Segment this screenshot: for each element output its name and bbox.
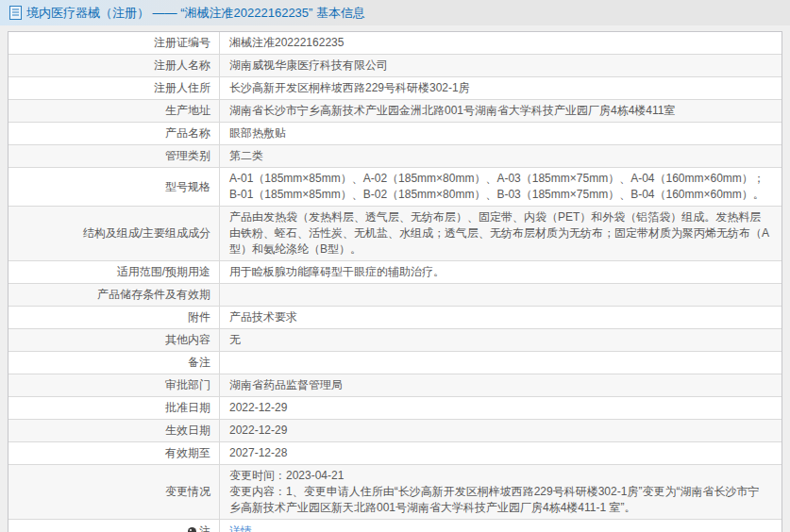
row-value: 湖南省长沙市宁乡高新技术产业园金洲北路001号湖南省大学科技产业园厂房4栋4楼4…	[229, 103, 676, 119]
row-label: 生效日期	[8, 420, 220, 441]
table-row-other-content: 其他内容 无	[8, 329, 782, 352]
row-value: A-01（185mm×85mm）、A-02（185mm×80mm）、A-03（1…	[229, 171, 770, 203]
row-value: 产品由发热袋（发热料层、透气层、无纺布层）、固定带、内袋（PET）和外袋（铝箔袋…	[229, 209, 770, 258]
table-row-production-address: 生产地址 湖南省长沙市宁乡高新技术产业园金洲北路001号湖南省大学科技产业园厂房…	[8, 100, 782, 123]
table-row-structure-composition: 结构及组成/主要组成成分 产品由发热袋（发热料层、透气层、无纺布层）、固定带、内…	[8, 207, 782, 261]
table-row-model-spec: 型号规格 A-01（185mm×85mm）、A-02（185mm×80mm）、A…	[8, 168, 782, 207]
row-label: 产品储存条件及有效期	[8, 284, 220, 306]
row-label: 附件	[8, 307, 220, 328]
table-row-product-name: 产品名称 眼部热敷贴	[8, 123, 782, 145]
row-label: 备注	[8, 352, 220, 374]
row-label: 型号规格	[8, 168, 220, 206]
table-row-registrant-name: 注册人名称 湖南威视华康医疗科技有限公司	[8, 55, 782, 77]
row-value: 湖南省药品监督管理局	[229, 377, 343, 393]
row-value: 变更时间：2023-04-21 变更内容：1、变更申请人住所由“长沙高新开发区桐…	[229, 468, 770, 516]
row-label: 适用范围/预期用途	[8, 261, 220, 283]
row-label: 审批部门	[8, 374, 220, 396]
row-label: 注册证编号	[8, 32, 220, 54]
row-value: 产品技术要求	[229, 309, 297, 325]
row-label: 批准日期	[8, 397, 220, 419]
table-row-intended-use: 适用范围/预期用途 用于睑板腺功能障碍型干眼症的辅助治疗。	[8, 261, 782, 284]
table-row-approval-date: 批准日期 2022-12-29	[8, 397, 782, 420]
row-value: 无	[229, 332, 241, 348]
row-value: 第二类	[229, 148, 263, 164]
document-icon	[9, 6, 22, 20]
row-label: 注	[199, 524, 210, 532]
table-row-approval-department: 审批部门 湖南省药品监督管理局	[8, 374, 782, 397]
row-value: 用于睑板腺功能障碍型干眼症的辅助治疗。	[229, 264, 445, 280]
table-row-certificate-number: 注册证编号 湘械注准20222162235	[8, 32, 782, 55]
row-label: 注册人住所	[8, 77, 220, 99]
page-header: 境内医疗器械（注册） —— “湘械注准20222162235” 基本信息	[0, 0, 790, 25]
row-value: 长沙高新开发区桐梓坡西路229号科研楼302-1房	[229, 80, 470, 96]
registration-info-table: 注册证编号 湘械注准20222162235 注册人名称 湖南威视华康医疗科技有限…	[8, 31, 782, 532]
row-value: 眼部热敷贴	[229, 125, 286, 141]
details-link[interactable]: 详情	[229, 524, 252, 532]
table-row-remarks: 备注	[8, 352, 782, 374]
row-label: 管理类别	[8, 145, 220, 167]
row-label: 有效期至	[8, 442, 220, 464]
row-label: 其他内容	[8, 329, 220, 351]
page-title: 境内医疗器械（注册） —— “湘械注准20222162235” 基本信息	[26, 5, 365, 22]
row-label: 结构及组成/主要组成成分	[8, 207, 220, 260]
table-row-effective-date: 生效日期 2022-12-29	[8, 420, 782, 442]
table-row-expiry-date: 有效期至 2027-12-28	[8, 442, 782, 465]
table-row-management-class: 管理类别 第二类	[8, 145, 782, 168]
row-label: 变更情况	[8, 465, 220, 519]
table-row-registrant-address: 注册人住所 长沙高新开发区桐梓坡西路229号科研楼302-1房	[8, 77, 782, 100]
table-row-storage-validity: 产品储存条件及有效期	[8, 284, 782, 307]
table-row-change-record: 变更情况 变更时间：2023-04-21 变更内容：1、变更申请人住所由“长沙高…	[8, 465, 782, 520]
table-row-attachment: 附件 产品技术要求	[8, 307, 782, 329]
row-value: 2022-12-29	[229, 423, 287, 439]
row-label: 生产地址	[8, 100, 220, 122]
table-row-note: 注 详情	[8, 520, 782, 532]
note-icon	[188, 527, 196, 532]
row-value: 湘械注准20222162235	[229, 35, 344, 51]
row-value: 湖南威视华康医疗科技有限公司	[229, 58, 388, 74]
row-label: 产品名称	[8, 123, 220, 144]
row-value: 2022-12-29	[229, 400, 287, 416]
row-value: 2027-12-28	[229, 445, 287, 461]
row-label: 注册人名称	[8, 55, 220, 76]
